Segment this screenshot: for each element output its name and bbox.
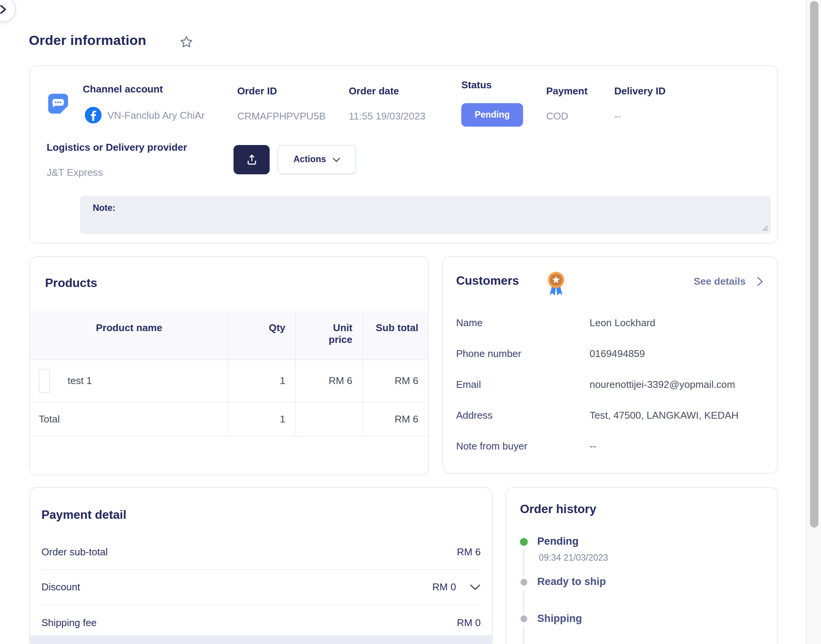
products-title: Products <box>45 276 97 290</box>
timeline-connector <box>523 550 524 576</box>
order-id-value: CRMAFPHPVPU5B <box>237 110 326 122</box>
customer-email-label: Email <box>456 379 481 391</box>
customer-address-value: Test, 47500, LANGKAWI, KEDAH <box>589 410 738 421</box>
customer-buyer-note-value: -- <box>589 441 596 452</box>
chevron-right-icon <box>757 277 763 286</box>
shipping-fee-value: RM 0 <box>457 617 481 628</box>
star-outline-icon[interactable] <box>180 35 193 49</box>
customer-field-row: Email nourenottijei-3392@yopmail.com <box>456 379 765 392</box>
discount-label: Discount <box>42 582 80 593</box>
payment-total-strip <box>30 635 492 644</box>
see-details-link[interactable]: See details <box>693 276 763 287</box>
payment-label: Payment <box>546 85 588 97</box>
customer-field-row: Address Test, 47500, LANGKAWI, KEDAH <box>456 410 765 422</box>
product-row-unit-price: RM 6 <box>296 360 363 402</box>
products-card: Products Product name Qty Unit price Sub… <box>29 257 429 475</box>
resize-handle-icon[interactable] <box>762 225 768 231</box>
chevron-down-icon[interactable] <box>470 584 481 591</box>
history-event-pending: Pending <box>537 536 578 548</box>
channel-account-value: VN-Fanclub Ary ChiAr <box>107 110 205 121</box>
collapse-panel-button[interactable] <box>0 0 16 22</box>
delivery-id-label: Delivery ID <box>614 85 666 97</box>
delivery-id-value: -- <box>614 110 621 122</box>
logistics-label: Logistics or Delivery provider <box>46 142 187 153</box>
customer-field-row: Phone number 0169494859 <box>456 348 765 360</box>
scrollbar-thumb[interactable] <box>810 1 818 528</box>
subtotal-label: Order sub-total <box>42 547 108 558</box>
timeline-connector <box>523 626 524 644</box>
history-event-ready-to-ship: Ready to ship <box>537 576 606 588</box>
products-total-sub-total: RM 6 <box>363 402 428 436</box>
chevron-down-icon <box>332 157 340 162</box>
payment-row-subtotal: Order sub-total RM 6 <box>42 535 481 570</box>
customer-phone-label: Phone number <box>456 348 521 359</box>
customer-phone-value: 0169494859 <box>589 348 645 359</box>
status-label: Status <box>461 80 492 91</box>
order-id-label: Order ID <box>237 85 277 97</box>
payment-row-shipping-fee: Shipping fee RM 0 <box>42 605 481 640</box>
history-dot-pending <box>521 579 527 586</box>
customer-name-label: Name <box>456 317 483 328</box>
status-badge: Pending <box>461 103 523 127</box>
products-total-qty: 1 <box>229 402 296 436</box>
scrollbar-track[interactable] <box>806 0 821 644</box>
export-button[interactable] <box>233 145 270 174</box>
product-row-qty: 1 <box>229 360 296 402</box>
upload-icon <box>245 153 258 166</box>
column-header-qty: Qty <box>229 311 296 360</box>
products-total-label: Total <box>30 402 229 436</box>
note-label: Note: <box>93 203 115 214</box>
timeline-connector <box>523 590 524 616</box>
order-info-card: Channel account VN-Fanclub Ary ChiAr Ord… <box>29 65 778 244</box>
products-total-unit-price-empty <box>296 402 363 436</box>
customer-field-row: Note from buyer -- <box>456 441 765 453</box>
chevron-right-icon <box>0 5 6 14</box>
history-dot-pending <box>521 615 527 622</box>
note-textarea[interactable]: Note: <box>80 196 771 234</box>
chat-channel-icon <box>46 92 70 115</box>
medal-icon <box>546 271 566 296</box>
history-event-pending-time: 09:34 21/03/2023 <box>539 553 608 563</box>
order-date-label: Order date <box>349 85 399 97</box>
order-date-value: 11:55 19/03/2023 <box>349 110 425 122</box>
customer-buyer-note-label: Note from buyer <box>456 441 527 452</box>
payment-value: COD <box>546 110 568 122</box>
product-row-name-cell: test 1 <box>30 360 229 402</box>
actions-button[interactable]: Actions <box>278 145 356 174</box>
logistics-value: J&T Express <box>46 167 103 179</box>
facebook-icon <box>85 107 102 124</box>
payment-row-discount: Discount RM 0 <box>42 570 481 605</box>
products-table: Product name Qty Unit price Sub total te… <box>30 311 428 437</box>
payment-detail-title: Payment detail <box>42 508 126 522</box>
discount-value: RM 0 <box>432 582 456 593</box>
order-detail-page: Order information Channel account VN-Fan… <box>0 0 821 644</box>
column-header-sub-total: Sub total <box>363 311 428 360</box>
subtotal-value: RM 6 <box>457 547 481 558</box>
column-header-product-name: Product name <box>30 311 229 360</box>
customers-title: Customers <box>456 274 519 288</box>
product-name: test 1 <box>67 375 92 387</box>
history-dot-active <box>520 538 528 546</box>
product-image-placeholder <box>39 369 50 393</box>
column-header-unit-price: Unit price <box>296 311 363 360</box>
actions-button-label: Actions <box>293 155 326 165</box>
shipping-fee-label: Shipping fee <box>42 617 97 628</box>
customer-email-value: nourenottijei-3392@yopmail.com <box>589 379 735 391</box>
customer-field-row: Name Leon Lockhard <box>456 317 765 330</box>
customers-card: Customers See details Name Leon Lockhard… <box>442 257 778 474</box>
page-title: Order information <box>29 32 147 49</box>
customer-address-label: Address <box>456 410 493 421</box>
payment-detail-card: Payment detail Order sub-total RM 6 Disc… <box>29 487 493 644</box>
product-row-sub-total: RM 6 <box>363 360 428 402</box>
history-event-shipping: Shipping <box>537 612 582 625</box>
customer-name-value: Leon Lockhard <box>589 317 655 328</box>
payment-detail-rows: Order sub-total RM 6 Discount RM 0 Shipp… <box>42 535 481 640</box>
order-history-title: Order history <box>520 502 596 516</box>
see-details-label: See details <box>693 276 746 287</box>
channel-account-label: Channel account <box>83 84 163 95</box>
order-history-card: Order history Pending 09:34 21/03/2023 R… <box>506 487 778 644</box>
